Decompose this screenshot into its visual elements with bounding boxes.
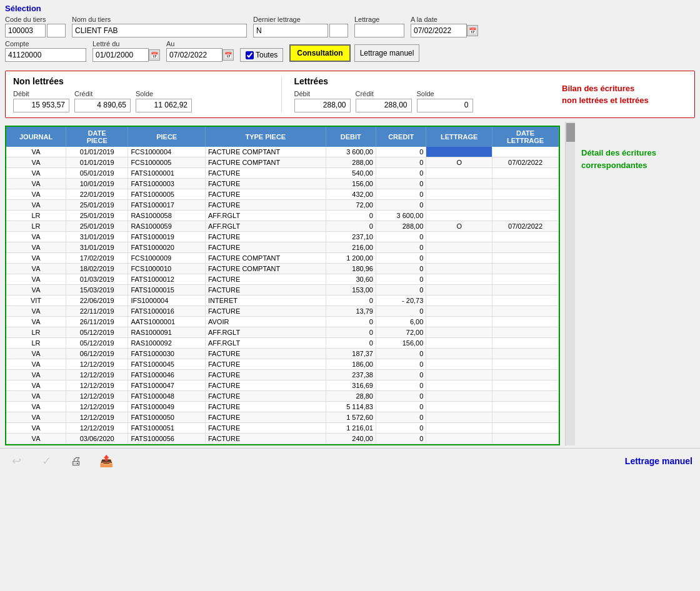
lettrage-input[interactable]: [354, 24, 404, 37]
table-row[interactable]: VA06/12/2019FATS1000030FACTURE187,370: [6, 349, 559, 359]
table-cell: 316,69: [326, 380, 376, 391]
scrollbar[interactable]: [565, 122, 575, 445]
toutes-button[interactable]: Toutes: [240, 48, 283, 62]
table-row[interactable]: VA31/01/2019FATS1000019FACTURE237,100: [6, 232, 559, 242]
table-cell: [492, 296, 559, 306]
table-row[interactable]: VA22/11/2019FATS1000016FACTURE13,790: [6, 306, 559, 317]
table-cell: 0: [326, 211, 376, 221]
table-row[interactable]: VA01/01/2019FCS1000005FACTURE COMPTANT28…: [6, 157, 559, 168]
table-row[interactable]: VA12/12/2019FATS1000048FACTURE28,800: [6, 391, 559, 402]
selection-title: Sélection: [5, 4, 695, 13]
table-cell: [492, 434, 559, 444]
table-cell: FCS1000005: [128, 157, 206, 168]
table-cell: [426, 296, 492, 306]
table-row[interactable]: VA05/01/2019FATS1000001FACTURE540,000: [6, 168, 559, 179]
table-row[interactable]: VA12/12/2019FATS1000049FACTURE5 114,830: [6, 402, 559, 412]
table-cell: 0: [376, 402, 426, 412]
table-row[interactable]: VA18/02/2019FCS1000010FACTURE COMPTANT18…: [6, 264, 559, 274]
table-cell: 30,60: [326, 274, 376, 285]
table-cell: [426, 253, 492, 264]
table-cell: [492, 147, 559, 157]
table-row[interactable]: VA03/06/2020FATS1000056FACTURE240,000: [6, 434, 559, 444]
dernier-lettrage-suffix[interactable]: [329, 24, 348, 37]
table-cell: 22/01/2019: [66, 189, 128, 200]
footer-icon-print[interactable]: 🖨: [68, 452, 85, 470]
table-row[interactable]: VA12/12/2019FATS1000047FACTURE316,690: [6, 380, 559, 391]
au-calendar-icon[interactable]: 📅: [222, 49, 234, 61]
table-row[interactable]: LR05/12/2019RAS1000091AFF.RGLT072,00: [6, 327, 559, 338]
table-cell: [492, 370, 559, 380]
table-cell: FATS1000015: [128, 285, 206, 296]
table-row[interactable]: VA17/02/2019FCS1000009FACTURE COMPTANT1 …: [6, 253, 559, 264]
code-tiers-suffix-input[interactable]: [47, 24, 66, 37]
a-la-date-input[interactable]: [411, 24, 467, 37]
table-row[interactable]: VA12/12/2019FATS1000046FACTURE237,380: [6, 370, 559, 380]
table-cell: 0: [376, 264, 426, 274]
l-debit-label: Débit: [294, 90, 351, 97]
table-row[interactable]: VA31/01/2019FATS1000020FACTURE216,000: [6, 242, 559, 253]
table-row[interactable]: VA01/01/2019FCS1000004FACTURE COMPTANT3 …: [6, 147, 559, 157]
table-cell: [426, 211, 492, 221]
table-row[interactable]: VA01/03/2019FATS1000012FACTURE30,600: [6, 274, 559, 285]
detail-line2: correspondantes: [581, 159, 694, 172]
footer-lettrage-manuel[interactable]: Lettrage manuel: [625, 456, 692, 466]
table-cell: 5 114,83: [326, 402, 376, 412]
table-row[interactable]: LR05/12/2019RAS1000092AFF.RGLT0156,00: [6, 338, 559, 349]
table-cell: VA: [6, 412, 66, 423]
table-row[interactable]: LR25/01/2019RAS1000058AFF.RGLT03 600,00: [6, 211, 559, 221]
bilan-right-text: Bilan des écritures non lettrées et lett…: [549, 76, 687, 112]
table-cell: [426, 242, 492, 253]
table-row[interactable]: LR25/01/2019RAS1000059AFF.RGLT0288,00O07…: [6, 221, 559, 232]
footer-icon-back: ↩: [8, 452, 25, 470]
table-cell: 12/12/2019: [66, 423, 128, 434]
table-cell: VA: [6, 253, 66, 264]
au-input[interactable]: [166, 48, 222, 62]
table-cell: FACTURE: [205, 168, 326, 179]
bilan-non-lettrees: Non lettrées Débit 15 953,57 Crédit 4 89…: [13, 76, 282, 112]
a-la-date-calendar-icon[interactable]: 📅: [467, 25, 478, 36]
table-cell: [492, 264, 559, 274]
table-row[interactable]: VIT22/06/2019IFS1000004INTERET0- 20,73: [6, 296, 559, 306]
table-row[interactable]: VA12/12/2019FATS1000051FACTURE1 216,010: [6, 423, 559, 434]
lettre-du-input[interactable]: [92, 48, 149, 62]
table-cell: [426, 264, 492, 274]
table-cell: [492, 189, 559, 200]
lettrage-manuel-button-top[interactable]: Lettrage manuel: [354, 44, 420, 62]
dernier-lettrage-input[interactable]: [253, 24, 328, 37]
bilan-lettrees: Lettrées Débit 288,00 Crédit 288,00 Sold…: [282, 76, 550, 112]
table-cell: 05/12/2019: [66, 327, 128, 338]
table-cell: 12/12/2019: [66, 391, 128, 402]
table-cell: FACTURE: [205, 412, 326, 423]
table-cell: [426, 189, 492, 200]
table-cell: 0: [376, 157, 426, 168]
table-row[interactable]: VA12/12/2019FATS1000045FACTURE186,000: [6, 359, 559, 370]
au-group: Au 📅: [166, 40, 234, 62]
table-row[interactable]: VA25/01/2019FATS1000017FACTURE72,000: [6, 200, 559, 211]
table-cell: 0: [376, 370, 426, 380]
table-row[interactable]: VA22/01/2019FATS1000005FACTURE432,000: [6, 189, 559, 200]
table-cell: 153,00: [326, 285, 376, 296]
table-cell: FACTURE COMPTANT: [205, 253, 326, 264]
footer-icon-export[interactable]: 📤: [98, 452, 115, 470]
table-cell: AFF.RGLT: [205, 327, 326, 338]
table-cell: LR: [6, 338, 66, 349]
toutes-checkbox[interactable]: [246, 51, 254, 59]
table-row[interactable]: VA12/12/2019FATS1000050FACTURE1 572,600: [6, 412, 559, 423]
code-tiers-input[interactable]: [5, 24, 46, 37]
consultation-button[interactable]: Consultation: [289, 44, 350, 62]
table-cell: [492, 338, 559, 349]
nom-tiers-input[interactable]: [72, 24, 247, 37]
table-row[interactable]: VA26/11/2019AATS1000001AVOIR06,00: [6, 317, 559, 327]
lettrees-title: Lettrées: [294, 76, 550, 86]
compte-input[interactable]: [5, 48, 86, 62]
scroll-thumb[interactable]: [566, 123, 575, 142]
table-cell: FACTURE: [205, 200, 326, 211]
table-row[interactable]: VA15/03/2019FATS1000015FACTURE153,000: [6, 285, 559, 296]
table-cell: FACTURE: [205, 349, 326, 359]
lettre-du-calendar-icon[interactable]: 📅: [149, 49, 160, 61]
table-row[interactable]: VA10/01/2019FATS1000003FACTURE156,000: [6, 179, 559, 189]
table-cell: VA: [6, 285, 66, 296]
bilan-section: Non lettrées Débit 15 953,57 Crédit 4 89…: [5, 71, 695, 118]
table-container[interactable]: JOURNAL DATEPIECE PIECE TYPE PIECE DEBIT…: [6, 127, 559, 444]
compte-group: Compte: [5, 40, 86, 62]
